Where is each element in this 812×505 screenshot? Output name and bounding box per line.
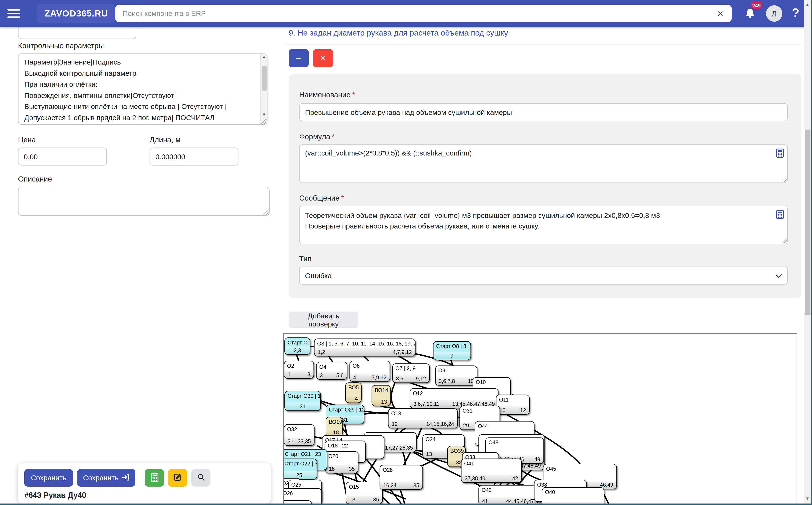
description-textarea[interactable] [18,187,270,216]
description-label: Описание [18,175,52,183]
scroll-up-icon[interactable]: ▲ [261,54,268,60]
flowchart-canvas[interactable]: Старт О12,3О3 | 1, 5, 6, 7, 10, 11, 14, … [283,333,797,505]
calculate-button[interactable] [145,469,164,487]
flow-node-o4[interactable]: О435,6 [316,362,347,380]
message-textarea[interactable]: Теоретический объем рукава {var::coil_vo… [299,206,788,244]
flow-node-title: О24 [423,435,464,443]
global-search: ✕ [115,5,732,22]
flow-node-o40[interactable]: О403741,43,45 [542,487,604,505]
control-params-label: Контрольные параметры [18,41,104,50]
top-header: ZAVOD365.RU ✕ 249 Л ? [0,0,812,27]
flow-node-bo5[interactable]: ВО54 [345,382,362,403]
menu-hamburger-icon[interactable] [7,9,20,18]
price-input[interactable] [18,148,107,166]
control-params-textarea[interactable]: Параметр|Значение|ПодписьВыходной контро… [18,53,267,125]
flow-node-ports: 37,38,4042 [462,475,521,483]
flow-node-o28[interactable]: О2816,2435 [379,465,423,490]
flow-node-ports: 3133,35 [284,438,314,446]
scroll-down-icon[interactable]: ▼ [804,495,811,502]
scroll-down-icon[interactable]: ▼ [261,112,268,118]
exit-arrow-icon [121,473,129,483]
edit-pencil-icon [174,473,182,483]
scrollbar-thumb[interactable] [805,130,810,315]
flow-node-ports: 1335 [346,496,382,504]
flow-node-title: О15 [346,482,382,490]
flow-node-title: О13 [389,409,457,417]
flow-node-o9[interactable]: О93,6,7,810 [435,366,478,386]
flow-node-o13[interactable]: О131214,15,16,24 [388,408,458,429]
flow-node-title: О10 [473,378,510,386]
flow-node-o7[interactable]: О7 | 2, 93,69,12 [392,363,430,383]
flow-node-ports: 35,6 [317,371,347,379]
page-scrollbar[interactable]: ▲ ▼ [804,0,811,505]
flow-node-o3[interactable]: О3 | 1, 5, 6, 7, 10, 11, 14, 15, 16, 18,… [314,338,416,356]
flow-node-title: О40 [542,488,604,496]
flow-node-ports: 1,24,7,9,12 [315,348,415,356]
textarea-scrollbar[interactable]: ▲ ▼ [260,54,267,124]
flow-node-start-o8[interactable]: Старт О8 | 8, 179 [433,341,471,360]
flow-node-ports: 47,9,12 [350,373,390,381]
flow-node-start-o1[interactable]: Старт О12,3 [284,337,310,355]
check-heading-link[interactable]: 9. Не задан диаметр рукава для расчета о… [289,28,786,37]
resize-handle[interactable] [781,177,787,182]
flow-node-title: О48 [486,438,544,446]
flow-node-o11[interactable]: О111012 [496,394,530,415]
flow-node-o32[interactable]: О323133,35 [284,424,315,446]
clear-search-icon[interactable]: ✕ [716,9,725,18]
resize-handle[interactable] [781,238,787,243]
flow-node-title: О4 [317,362,347,370]
flow-node-title: О11 [497,395,529,403]
flow-node-title: О45 [543,464,616,472]
collapse-check-button[interactable]: – [289,49,309,67]
flow-node-title: Старт О22 | 3 [283,459,317,467]
scrollbar-thumb[interactable] [261,65,267,91]
flow-node-title: Старт О21 | 23 [283,450,327,458]
control-param-line: Выступающие нити оплётки на месте обрыва… [24,101,260,112]
flow-node-o41[interactable]: О4137,38,4042 [461,459,522,483]
type-select[interactable]: Ошибка [299,267,788,285]
calculator-icon [150,473,159,483]
user-avatar[interactable]: Л [766,5,783,22]
chevron-down-icon [776,272,782,280]
delete-check-button[interactable]: ✕ [313,49,333,67]
flow-node-title: О7 | 2, 9 [393,364,430,372]
message-calculator-icon[interactable] [776,210,784,219]
flow-node-title: О20 [326,452,358,460]
search-input[interactable] [121,9,716,18]
scroll-up-icon[interactable]: ▲ [804,1,811,8]
flow-node-title: О9 [436,366,477,374]
flow-node-o15[interactable]: О151335 [346,482,383,504]
flow-node-bo19[interactable]: ВО1918 [326,417,342,437]
flow-node-title [479,435,544,437]
edit-button[interactable] [168,469,187,487]
formula-calculator-icon[interactable] [776,149,784,158]
length-label: Длина, м [150,135,181,144]
flow-node-o12[interactable]: О123,6,7,10,1113,45,46,47,48,49 [410,388,499,408]
save-and-exit-button[interactable]: Сохранить [77,469,136,487]
flow-node-o20[interactable]: О201835 [325,451,359,474]
formula-textarea[interactable]: (var::coil_volume>(2*0.8*0.5)) && (::sus… [299,145,788,183]
flow-node-title: ВО19 [326,417,342,426]
flow-node-start-o22[interactable]: Старт О22 | 325 [283,459,317,480]
help-icon[interactable]: ? [792,6,799,20]
window-frame-bottom [0,504,812,505]
name-input[interactable] [299,103,788,121]
app-logo[interactable]: ZAVOD365.RU [37,4,115,23]
required-mark: * [341,194,344,202]
control-params-lines: Параметр|Значение|ПодписьВыходной контро… [19,54,260,124]
length-input[interactable] [150,148,239,166]
flow-node-title: О31 [460,406,500,414]
flow-node-title: ВО39 [448,447,466,455]
flow-node-o6[interactable]: О647,9,12 [349,361,390,382]
add-check-button[interactable]: Добавить проверку [289,312,358,328]
flow-node-title: ВО5 [346,383,361,391]
save-button[interactable]: Сохранить [24,469,73,487]
message-label: Сообщение* [299,194,344,202]
flow-node-o2[interactable]: О213 [284,361,314,379]
flow-node-title: Старт О29 | 12 [326,405,364,413]
resize-handle[interactable] [263,209,269,215]
flow-node-start-o30[interactable]: Старт О30 | 1331 [284,391,321,411]
flow-node-title: О26 [283,489,321,497]
flow-node-bo14[interactable]: ВО1413 [372,385,391,406]
search-item-button[interactable] [191,469,210,487]
